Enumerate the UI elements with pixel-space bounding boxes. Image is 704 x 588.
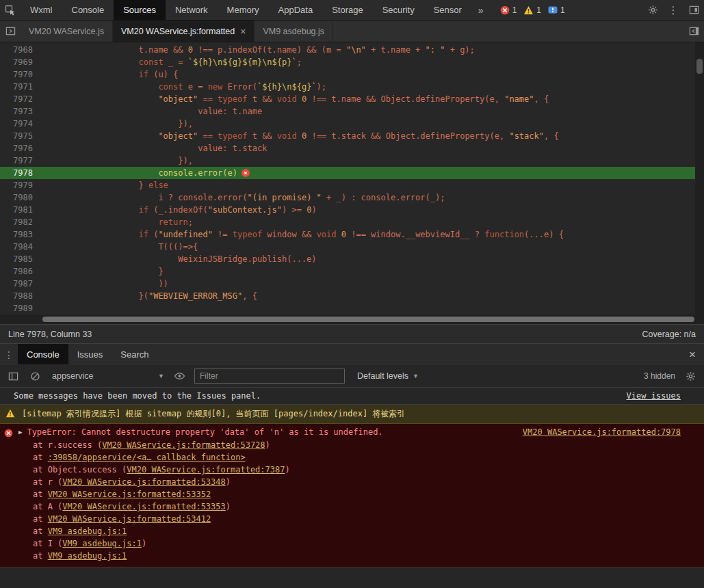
source-code-editor[interactable]: 7968t.name && 0 !== p.indexOf(t.name) &&…: [0, 42, 704, 324]
file-tab[interactable]: VM20 WAService.js: [21, 21, 113, 42]
line-number[interactable]: 7986: [0, 265, 40, 278]
console-sidebar-icon[interactable]: [5, 366, 21, 386]
line-number[interactable]: 7981: [0, 204, 40, 216]
line-number[interactable]: 7982: [0, 216, 40, 228]
panel-tab-sensor[interactable]: Sensor: [424, 0, 471, 21]
stack-frame-link[interactable]: VM20 WAService.js:formatted:7387: [127, 465, 285, 475]
stack-frame-link[interactable]: VM9 asdebug.js:1: [48, 551, 127, 561]
code-line-7973: 7973value: t.name: [0, 105, 704, 118]
error-count-badge[interactable]: 1: [500, 5, 517, 15]
code-line-content: }: [40, 265, 704, 278]
issue-count-badge[interactable]: 1: [548, 5, 565, 15]
stack-frame-link[interactable]: VM20 WAService.js:formatted:53412: [48, 514, 211, 524]
stack-frame-link[interactable]: VM20 WAService.js:formatted:53728: [102, 440, 265, 450]
warning-count-badge[interactable]: 1: [523, 5, 541, 15]
line-number[interactable]: 7971: [0, 81, 40, 93]
line-number[interactable]: 7974: [0, 118, 40, 130]
editor-status-bar: Line 7978, Column 33 Coverage: n/a: [0, 324, 704, 343]
stack-frame-link[interactable]: VM20 WAService.js:formatted:53353: [62, 502, 225, 511]
line-number[interactable]: 7977: [0, 155, 40, 167]
stack-frame-text: at r.success (: [33, 440, 102, 450]
code-line-7979: 7979} else: [0, 179, 704, 191]
source-file-tab-bar: VM20 WAService.jsVM20 WAService.js:forma…: [0, 21, 704, 42]
line-number[interactable]: 7985: [0, 253, 40, 265]
code-line-content: } else: [40, 179, 704, 191]
stack-frame-text: at r (: [33, 477, 62, 487]
code-line-7980: 7980i ? console.error("(in promise) " + …: [0, 191, 704, 204]
line-number[interactable]: 7978: [0, 167, 40, 179]
line-number[interactable]: 7975: [0, 130, 40, 142]
vertical-scroll-thumb[interactable]: [696, 59, 703, 74]
toggle-debugger-sidebar-icon[interactable]: [683, 21, 704, 42]
close-tab-icon[interactable]: ×: [240, 26, 246, 37]
drawer-menu-kebab-icon[interactable]: ⋮: [0, 344, 18, 365]
code-line-7989: 7989: [0, 302, 704, 315]
line-error-badge-icon[interactable]: ×: [242, 169, 250, 177]
drawer-tab-search[interactable]: Search: [112, 344, 157, 364]
line-number[interactable]: 7969: [0, 56, 40, 68]
line-number[interactable]: 7970: [0, 68, 40, 81]
drawer-tab-issues[interactable]: Issues: [68, 344, 112, 364]
expand-error-arrow-icon[interactable]: ▶: [18, 429, 22, 436]
warning-message-text: [sitemap 索引情况提示] 根据 sitemap 的规则[0], 当前页面…: [22, 408, 681, 420]
close-drawer-icon[interactable]: ×: [681, 344, 704, 365]
issue-count: 1: [560, 5, 565, 15]
panel-tab-sources[interactable]: Sources: [114, 0, 166, 21]
panel-tab-security[interactable]: Security: [373, 0, 424, 21]
stack-frame-text: at Object.success (: [33, 465, 127, 475]
line-number[interactable]: 7983: [0, 228, 40, 241]
line-number[interactable]: 7989: [0, 302, 40, 315]
line-number[interactable]: 7973: [0, 105, 40, 118]
line-number[interactable]: 7972: [0, 93, 40, 105]
panel-tab-console[interactable]: Console: [62, 0, 114, 21]
line-number[interactable]: 7984: [0, 241, 40, 253]
issue-box-icon: [548, 5, 558, 15]
editor-vertical-scrollbar[interactable]: [695, 42, 704, 315]
panel-tab-wxml[interactable]: Wxml: [21, 0, 62, 21]
view-issues-link[interactable]: View issues: [627, 391, 681, 401]
editor-horizontal-scrollbar[interactable]: [0, 315, 704, 324]
code-line-7981: 7981if (_.indexOf("subContext.js") >= 0): [0, 204, 704, 216]
clear-console-icon[interactable]: [27, 366, 42, 386]
file-tab[interactable]: VM9 asdebug.js: [255, 21, 333, 42]
more-panels-chevron-icon[interactable]: »: [471, 5, 491, 16]
stack-frame-link[interactable]: VM9 asdebug.js:1: [48, 526, 127, 536]
line-number[interactable]: 7976: [0, 142, 40, 155]
settings-gear-icon[interactable]: [642, 0, 663, 21]
console-settings-gear-icon[interactable]: [682, 366, 699, 386]
code-line-content: "object" == typeof t && void 0 !== t.sta…: [40, 130, 704, 142]
console-message-list: Some messages have been moved to the Iss…: [0, 388, 704, 588]
inspect-element-icon[interactable]: [0, 0, 21, 21]
dock-side-icon[interactable]: [683, 0, 704, 21]
file-tab-label: VM9 asdebug.js: [263, 27, 324, 36]
code-line-content: value: t.stack: [40, 142, 704, 155]
stack-frame-link[interactable]: VM9 asdebug.js:1: [62, 539, 142, 548]
stack-frame-text: at: [33, 453, 48, 462]
file-tab[interactable]: VM20 WAService.js:formatted×: [113, 21, 255, 42]
panel-tab-appdata[interactable]: AppData: [269, 0, 323, 21]
panel-tab-memory[interactable]: Memory: [218, 0, 269, 21]
code-line-7987: 7987)): [0, 278, 704, 290]
warning-triangle-icon: [5, 409, 15, 418]
line-number[interactable]: 7980: [0, 191, 40, 204]
panel-tab-storage[interactable]: Storage: [322, 0, 373, 21]
stack-frame-link[interactable]: :39858/appservice/<a… callback function>: [48, 453, 246, 462]
error-source-link[interactable]: VM20 WAService.js:formatted:7978: [523, 427, 681, 437]
line-number[interactable]: 7987: [0, 278, 40, 290]
horizontal-scroll-thumb[interactable]: [42, 317, 694, 322]
log-level-selector[interactable]: Default levels ▼: [357, 371, 419, 381]
line-number[interactable]: 7979: [0, 179, 40, 191]
live-expression-eye-icon[interactable]: [171, 366, 187, 386]
drawer-tab-console[interactable]: Console: [18, 344, 68, 364]
stack-frame-text: ): [226, 502, 231, 511]
line-number[interactable]: 7968: [0, 44, 40, 56]
stack-frame: at :39858/appservice/<a… callback functi…: [33, 451, 704, 464]
stack-frame-link[interactable]: VM20 WAService.js:formatted:53348: [62, 477, 225, 487]
toggle-navigator-sidebar-icon[interactable]: [0, 21, 21, 41]
more-options-kebab-icon[interactable]: ⋮: [663, 0, 683, 21]
console-filter-input[interactable]: [194, 369, 345, 384]
line-number[interactable]: 7988: [0, 290, 40, 302]
execution-context-selector[interactable]: appservice ▼: [49, 371, 164, 381]
panel-tab-network[interactable]: Network: [166, 0, 218, 21]
stack-frame-link[interactable]: VM20 WAService.js:formatted:53352: [48, 490, 211, 499]
